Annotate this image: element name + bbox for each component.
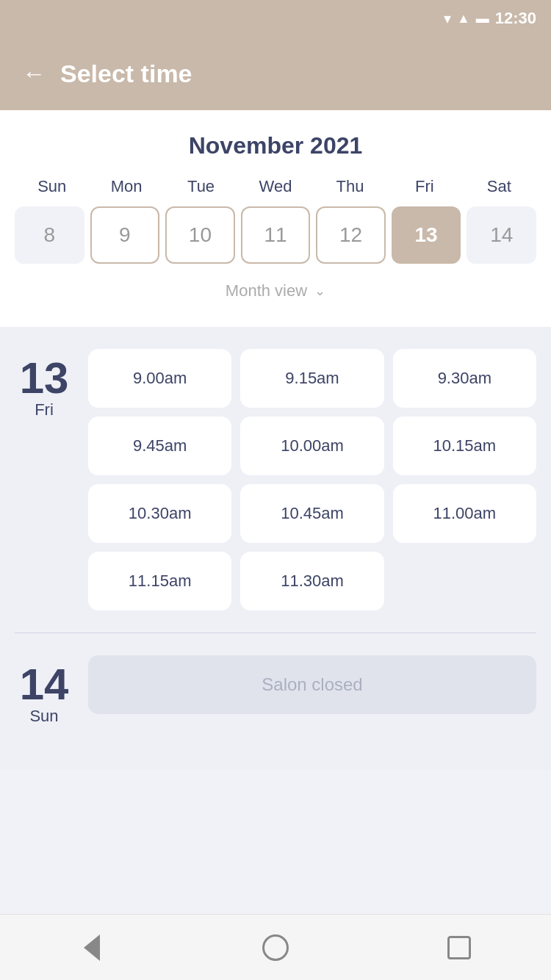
- status-time: 12:30: [495, 9, 536, 28]
- day-13-block: 13 Fri 9.00am 9.15am 9.30am 9.45am 10.00…: [15, 349, 536, 610]
- day-header-mon: Mon: [89, 177, 163, 196]
- header: ← Select time: [0, 37, 551, 110]
- slot-1130am[interactable]: 11.30am: [240, 552, 383, 610]
- day-header-fri: Fri: [387, 177, 461, 196]
- day-header-wed: Wed: [238, 177, 312, 196]
- section-divider: [15, 633, 536, 633]
- status-bar: 12:30: [0, 0, 551, 37]
- day-13-name: Fri: [35, 400, 54, 419]
- calendar-section: November 2021 Sun Mon Tue Wed Thu Fri Sa…: [0, 110, 551, 327]
- battery-icon: [476, 11, 489, 26]
- day-header-thu: Thu: [313, 177, 387, 196]
- salon-closed-block: Salon closed: [88, 655, 536, 726]
- wifi-icon: [444, 10, 451, 27]
- day-14-name: Sun: [29, 707, 58, 726]
- day-14-block: 14 Sun Salon closed: [15, 655, 536, 726]
- status-icons: 12:30: [444, 9, 536, 28]
- calendar-row: 8 9 10 11 12 13 14: [15, 206, 536, 264]
- day-13-number: 13: [20, 356, 69, 400]
- recent-square-icon: [447, 936, 471, 959]
- day-header-sat: Sat: [462, 177, 536, 196]
- nav-back-button[interactable]: [73, 929, 110, 966]
- slot-915am[interactable]: 9.15am: [240, 349, 383, 408]
- slot-945am[interactable]: 9.45am: [88, 417, 231, 475]
- slot-1030am[interactable]: 10.30am: [88, 484, 231, 543]
- cal-day-9[interactable]: 9: [90, 206, 160, 264]
- slot-1045am[interactable]: 10.45am: [240, 484, 383, 543]
- home-circle-icon: [262, 934, 289, 961]
- slot-1000am[interactable]: 10.00am: [240, 417, 383, 475]
- day-headers: Sun Mon Tue Wed Thu Fri Sat: [15, 177, 536, 196]
- salon-closed-label: Salon closed: [262, 674, 362, 695]
- day-13-slots-grid: 9.00am 9.15am 9.30am 9.45am 10.00am 10.1…: [88, 349, 536, 610]
- cal-day-8[interactable]: 8: [15, 206, 84, 264]
- slot-900am[interactable]: 9.00am: [88, 349, 231, 408]
- day-14-number: 14: [20, 663, 69, 707]
- slot-1015am[interactable]: 10.15am: [393, 417, 536, 475]
- day-14-label: 14 Sun: [15, 655, 73, 726]
- back-button[interactable]: ←: [22, 60, 46, 87]
- cal-day-12[interactable]: 12: [316, 206, 386, 264]
- back-triangle-icon: [84, 934, 100, 961]
- day-header-tue: Tue: [164, 177, 238, 196]
- nav-home-button[interactable]: [257, 929, 294, 966]
- day-13-label: 13 Fri: [15, 349, 73, 610]
- cal-day-13[interactable]: 13: [392, 206, 461, 264]
- slot-1100am[interactable]: 11.00am: [393, 484, 536, 543]
- cal-day-10[interactable]: 10: [165, 206, 235, 264]
- day-header-sun: Sun: [15, 177, 89, 196]
- page-title: Select time: [60, 60, 192, 88]
- cal-day-11[interactable]: 11: [241, 206, 311, 264]
- nav-recent-button[interactable]: [441, 929, 478, 966]
- month-view-label: Month view: [226, 281, 307, 300]
- cal-day-14[interactable]: 14: [467, 206, 536, 264]
- slot-1115am[interactable]: 11.15am: [88, 552, 231, 610]
- month-view-toggle[interactable]: Month view ⌄: [15, 275, 536, 312]
- timeslots-section: 13 Fri 9.00am 9.15am 9.30am 9.45am 10.00…: [0, 327, 551, 770]
- signal-icon: [457, 11, 470, 26]
- salon-closed-box: Salon closed: [88, 655, 536, 714]
- chevron-down-icon: ⌄: [314, 283, 325, 299]
- bottom-nav: [0, 914, 551, 980]
- month-year-title: November 2021: [15, 132, 536, 159]
- slot-930am[interactable]: 9.30am: [393, 349, 536, 408]
